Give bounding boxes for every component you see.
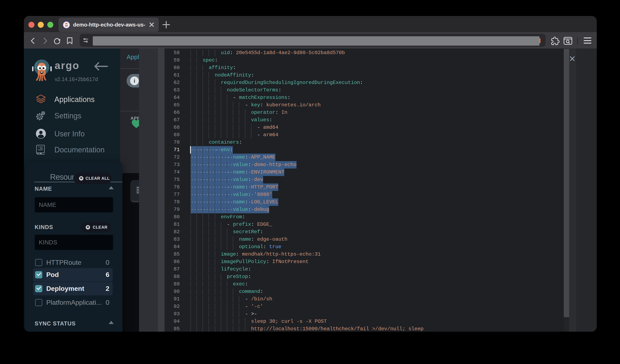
svg-text:?: ? [38,146,39,149]
